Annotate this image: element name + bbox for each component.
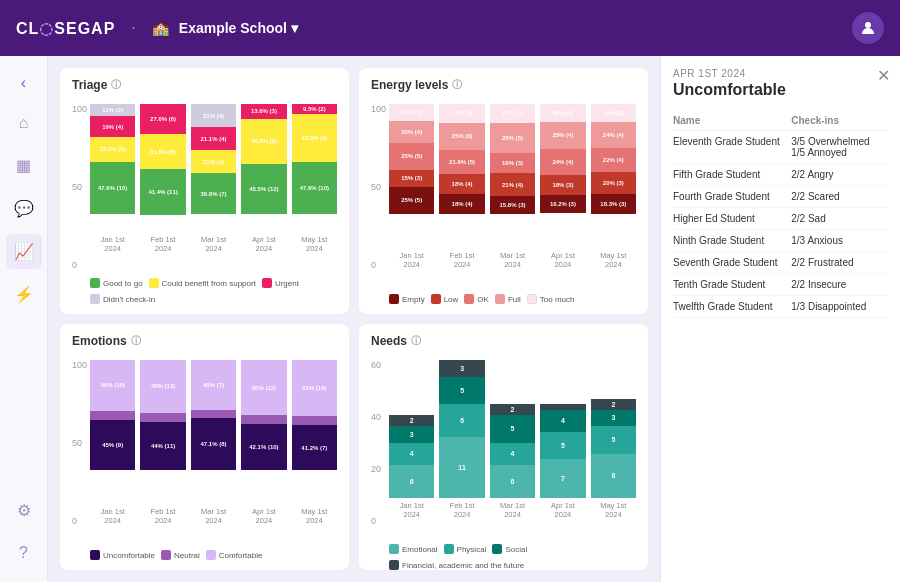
needs-panel: Needs ⓘ 6040200 2346Jan 1st202435611Feb … <box>359 324 648 570</box>
bar-segment: 47.1% (8) <box>191 418 236 470</box>
user-avatar[interactable] <box>852 12 884 44</box>
bar-segment: 4 <box>389 443 434 465</box>
bar-group[interactable]: 15% (3)20% (4)25% (5)15% (3)25% (5)Jan 1… <box>389 104 434 270</box>
bar-segment: 13.6% (3) <box>241 104 286 119</box>
checkins-table: Name Check-ins Eleventh Grade Student3/5… <box>673 111 888 318</box>
bar-segment: 48% (13) <box>140 360 185 413</box>
bar-segment: 9.5% (2) <box>292 104 337 114</box>
checkins-column-header: Check-ins <box>791 111 888 131</box>
bar-segment: 2 <box>591 399 636 410</box>
bar-segment: 4 <box>540 410 585 432</box>
bar-segment: 24% (4) <box>540 149 585 175</box>
bar-segment: 5 <box>439 377 484 405</box>
x-axis-label: Jan 1st2024 <box>101 507 125 527</box>
x-axis-label: Mar 1st2024 <box>201 507 226 527</box>
table-row[interactable]: Twelfth Grade Student1/3 Disappointed <box>673 296 888 318</box>
bar-segment: 20% (3) <box>591 172 636 194</box>
bar-segment: 6 <box>439 404 484 437</box>
sidebar-item-activity[interactable]: ⚡ <box>6 277 42 312</box>
sidebar-item-home[interactable]: ⌂ <box>11 106 37 140</box>
sidebar-toggle[interactable]: ‹ <box>15 68 32 98</box>
bar-segment: 5 <box>591 426 636 454</box>
close-button[interactable]: ✕ <box>877 66 890 85</box>
bar-segment: 18.3% (3) <box>591 194 636 214</box>
triage-title: Triage ⓘ <box>72 78 337 92</box>
sidebar-item-analytics[interactable]: 📈 <box>6 234 42 269</box>
x-axis-label: Apr 1st2024 <box>551 501 575 521</box>
bar-group[interactable]: 17% (4)25% (6)21.6% (5)18% (4)18% (4)Feb… <box>439 104 484 270</box>
bar-group[interactable]: 11% (2)19% (4)22.3% (5)47.6% (10)Jan 1st… <box>90 104 135 254</box>
bar-group[interactable]: 50% (12)42.1% (10)Apr 1st2024 <box>241 360 286 526</box>
bar-segment: 46% (10) <box>90 360 135 411</box>
bar-segment: 17% (3) <box>490 104 535 123</box>
table-row[interactable]: Seventh Grade Student2/2 Frustrated <box>673 252 888 274</box>
bar-segment: 25% (5) <box>389 143 434 171</box>
checkin-value: 3/5 Overwhelmed 1/5 Annoyed <box>791 131 888 164</box>
sidebar-item-grid[interactable]: ▦ <box>8 148 39 183</box>
top-navigation: CL◌SEGAP · 🏫 Example School ▾ <box>0 0 900 56</box>
triage-info-icon[interactable]: ⓘ <box>111 78 121 92</box>
emotions-legend: Uncomfortable Neutral Comfortable <box>90 550 337 560</box>
energy-legend: Empty Low OK Full Too much <box>389 294 636 304</box>
checkin-value: 2/2 Insecure <box>791 274 888 296</box>
bar-segment: 3 <box>591 410 636 427</box>
checkin-value: 1/3 Disappointed <box>791 296 888 318</box>
logo: CL◌SEGAP <box>16 19 115 38</box>
x-axis-label: Mar 1st2024 <box>201 235 226 255</box>
checkin-value: 2/2 Angry <box>791 164 888 186</box>
bar-group[interactable]: 2546Mar 1st2024 <box>490 360 535 520</box>
sidebar-item-settings[interactable]: ⚙ <box>9 493 39 528</box>
bar-group[interactable]: 27.6% (6)31.6% (8)41.4% (11)Feb 1st2024 <box>140 104 185 254</box>
svg-point-0 <box>865 22 871 28</box>
table-row[interactable]: Fifth Grade Student2/2 Angry <box>673 164 888 186</box>
bar-group[interactable]: 16% (3)24% (4)22% (4)20% (3)18.3% (3)May… <box>591 104 636 270</box>
needs-info-icon[interactable]: ⓘ <box>411 334 421 348</box>
sidebar-item-help[interactable]: ? <box>11 536 36 570</box>
bar-segment: 51% (10) <box>292 360 337 416</box>
bar-group[interactable]: 35611Feb 1st2024 <box>439 360 484 520</box>
bar-segment: 2 <box>490 404 535 415</box>
table-row[interactable]: Ninth Grade Student1/3 Anxious <box>673 230 888 252</box>
bar-group[interactable]: 9.5% (2)42.9% (9)47.6% (10)May 1st2024 <box>292 104 337 254</box>
table-row[interactable]: Higher Ed Student2/2 Sad <box>673 208 888 230</box>
x-axis-label: Mar 1st2024 <box>500 251 525 271</box>
energy-info-icon[interactable]: ⓘ <box>452 78 462 92</box>
bar-segment: 11 <box>439 437 484 498</box>
bar-group[interactable]: 45% (7)47.1% (8)Mar 1st2024 <box>191 360 236 526</box>
table-row[interactable]: Fourth Grade Student2/2 Scared <box>673 186 888 208</box>
checkin-value: 2/2 Sad <box>791 208 888 230</box>
bar-group[interactable]: 21% (4)21.1% (4)21% (4)36.8% (7)Mar 1st2… <box>191 104 236 254</box>
bar-group[interactable]: 51% (10)41.2% (7)May 1st2024 <box>292 360 337 526</box>
bar-group[interactable]: 457Apr 1st2024 <box>540 360 585 520</box>
bar-segment: 44% (11) <box>140 422 185 470</box>
emotions-panel: Emotions ⓘ 100500 46% (10)45% (9)Jan 1st… <box>60 324 349 570</box>
bar-group[interactable]: 13.6% (3)40.9% (9)45.5% (12)Apr 1st2024 <box>241 104 286 254</box>
bar-segment: 42.9% (9) <box>292 114 337 161</box>
bar-segment: 11% (2) <box>90 104 135 116</box>
bar-segment <box>191 410 236 419</box>
bar-segment: 21.1% (4) <box>191 127 236 150</box>
bar-group[interactable]: 2346Jan 1st2024 <box>389 360 434 520</box>
bar-group[interactable]: 46% (10)45% (9)Jan 1st2024 <box>90 360 135 526</box>
bar-group[interactable]: 16% (3)25% (4)24% (4)18% (3)16.2% (3)Apr… <box>540 104 585 270</box>
bar-group[interactable]: 2358May 1st2024 <box>591 360 636 520</box>
table-row[interactable]: Eleventh Grade Student3/5 Overwhelmed 1/… <box>673 131 888 164</box>
bar-segment: 15.8% (3) <box>490 196 535 213</box>
bar-segment: 18% (3) <box>540 175 585 195</box>
emotions-info-icon[interactable]: ⓘ <box>131 334 141 348</box>
bar-segment: 47.6% (10) <box>90 162 135 214</box>
x-axis-label: Apr 1st2024 <box>252 235 276 255</box>
bar-segment <box>241 415 286 424</box>
bar-segment: 24% (4) <box>591 122 636 148</box>
table-row[interactable]: Tenth Grade Student2/2 Insecure <box>673 274 888 296</box>
bar-segment: 6 <box>389 465 434 498</box>
nav-divider: · <box>131 19 135 37</box>
school-selector[interactable]: Example School ▾ <box>179 20 298 36</box>
sidebar-item-messages[interactable]: 💬 <box>6 191 42 226</box>
sidebar: ‹ ⌂ ▦ 💬 📈 ⚡ ⚙ ? <box>0 56 48 582</box>
checkin-value: 2/2 Scared <box>791 186 888 208</box>
bar-group[interactable]: 17% (3)28% (5)18% (3)21% (4)15.8% (3)Mar… <box>490 104 535 270</box>
bar-group[interactable]: 48% (13)44% (11)Feb 1st2024 <box>140 360 185 526</box>
bar-segment: 25% (6) <box>439 123 484 151</box>
bar-segment <box>292 416 337 425</box>
